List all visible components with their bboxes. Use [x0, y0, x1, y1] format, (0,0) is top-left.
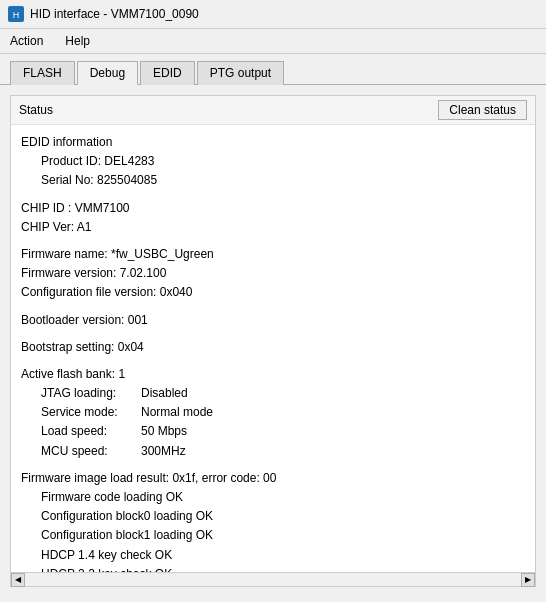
serial-line: Serial No: 825504085 [21, 171, 525, 190]
menu-help[interactable]: Help [59, 32, 96, 50]
load-value: 50 Mbps [141, 422, 187, 441]
menu-bar: Action Help [0, 29, 546, 54]
status-content[interactable]: EDID information Product ID: DEL4283 Ser… [11, 125, 535, 572]
load-row: Load speed: 50 Mbps [21, 422, 525, 441]
service-row: Service mode: Normal mode [21, 403, 525, 422]
status-header: Status Clean status [11, 96, 535, 125]
title-bar: H HID interface - VMM7100_0090 [0, 0, 546, 29]
tab-edid[interactable]: EDID [140, 61, 195, 85]
main-content: Status Clean status EDID information Pro… [0, 85, 546, 597]
bootloader-section: Bootloader version: 001 [21, 311, 525, 330]
tab-ptg-output[interactable]: PTG output [197, 61, 284, 85]
hdcp22-line: HDCP 2.2 key check OK [21, 565, 525, 572]
fw-image-section: Firmware image load result: 0x1f, error … [21, 469, 525, 572]
chip-section: CHIP ID : VMM7100 CHIP Ver: A1 [21, 199, 525, 237]
edid-section: EDID information Product ID: DEL4283 Ser… [21, 133, 525, 191]
fw-image-line: Firmware image load result: 0x1f, error … [21, 469, 525, 488]
jtag-label: JTAG loading: [41, 384, 141, 403]
clean-status-button[interactable]: Clean status [438, 100, 527, 120]
active-bank-line: Active flash bank: 1 [21, 365, 525, 384]
config1-line: Configuration block1 loading OK [21, 526, 525, 545]
fw-code-line: Firmware code loading OK [21, 488, 525, 507]
tab-flash[interactable]: FLASH [10, 61, 75, 85]
bootstrap-section: Bootstrap setting: 0x04 [21, 338, 525, 357]
hdcp14-line: HDCP 1.4 key check OK [21, 546, 525, 565]
edid-info-line: EDID information [21, 133, 525, 152]
menu-action[interactable]: Action [4, 32, 49, 50]
horizontal-scrollbar[interactable]: ◀ ▶ [11, 572, 535, 586]
jtag-value: Disabled [141, 384, 188, 403]
tab-debug[interactable]: Debug [77, 61, 138, 85]
mcu-row: MCU speed: 300MHz [21, 442, 525, 461]
config0-line: Configuration block0 loading OK [21, 507, 525, 526]
scroll-track [25, 573, 521, 586]
status-label: Status [19, 103, 53, 117]
chip-ver-line: CHIP Ver: A1 [21, 218, 525, 237]
product-id-line: Product ID: DEL4283 [21, 152, 525, 171]
load-label: Load speed: [41, 422, 141, 441]
fw-name-line: Firmware name: *fw_USBC_Ugreen [21, 245, 525, 264]
config-version-line: Configuration file version: 0x040 [21, 283, 525, 302]
service-label: Service mode: [41, 403, 141, 422]
mcu-label: MCU speed: [41, 442, 141, 461]
chip-id-line: CHIP ID : VMM7100 [21, 199, 525, 218]
scroll-right-button[interactable]: ▶ [521, 573, 535, 587]
fw-version-line: Firmware version: 7.02.100 [21, 264, 525, 283]
scroll-left-button[interactable]: ◀ [11, 573, 25, 587]
svg-text:H: H [13, 10, 20, 20]
mcu-value: 300MHz [141, 442, 186, 461]
firmware-section: Firmware name: *fw_USBC_Ugreen Firmware … [21, 245, 525, 303]
status-panel: Status Clean status EDID information Pro… [10, 95, 536, 587]
bootloader-line: Bootloader version: 001 [21, 311, 525, 330]
jtag-row: JTAG loading: Disabled [21, 384, 525, 403]
window-title: HID interface - VMM7100_0090 [30, 7, 199, 21]
service-value: Normal mode [141, 403, 213, 422]
app-icon: H [8, 6, 24, 22]
tab-bar: FLASH Debug EDID PTG output [0, 54, 546, 85]
bootstrap-line: Bootstrap setting: 0x04 [21, 338, 525, 357]
flash-section: Active flash bank: 1 JTAG loading: Disab… [21, 365, 525, 461]
